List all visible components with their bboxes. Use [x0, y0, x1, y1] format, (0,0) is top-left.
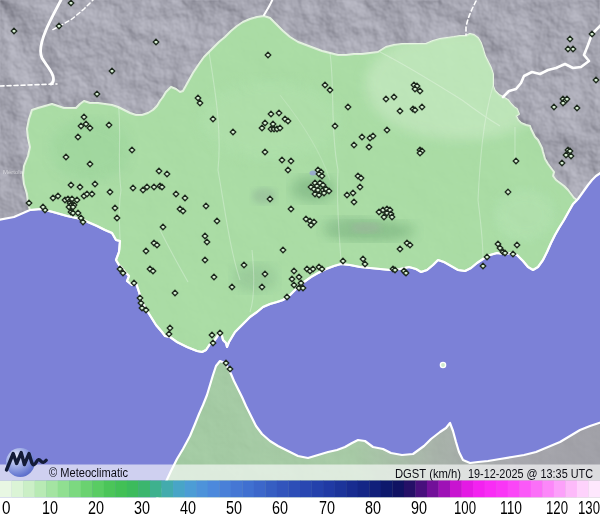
- svg-text:80: 80: [365, 497, 381, 517]
- svg-text:30: 30: [134, 497, 150, 517]
- svg-text:50: 50: [226, 497, 242, 517]
- svg-text:10: 10: [42, 497, 58, 517]
- svg-text:19-12-2025 @ 13:35 UTC: 19-12-2025 @ 13:35 UTC: [468, 467, 593, 481]
- svg-text:0: 0: [2, 497, 11, 517]
- svg-text:70: 70: [319, 497, 335, 517]
- svg-text:DGST (km/h): DGST (km/h): [395, 467, 461, 481]
- svg-text:40: 40: [180, 497, 196, 517]
- svg-text:20: 20: [88, 497, 104, 517]
- svg-text:60: 60: [272, 497, 288, 517]
- svg-text:© Meteoclimatic: © Meteoclimatic: [49, 466, 128, 480]
- svg-text:Mértola: Mértola: [3, 169, 24, 175]
- svg-text:90: 90: [411, 497, 427, 517]
- svg-text:100: 100: [454, 497, 476, 517]
- svg-text:120: 120: [546, 497, 568, 517]
- svg-text:130: 130: [578, 497, 600, 517]
- svg-text:110: 110: [500, 497, 522, 517]
